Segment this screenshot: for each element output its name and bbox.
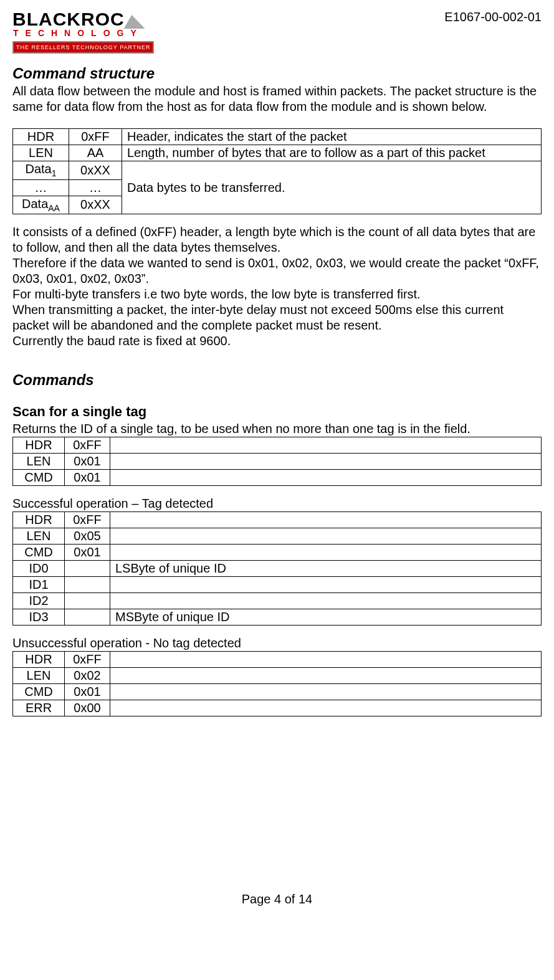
cell-field: ID3 [13,609,65,626]
page-header: BLACKROC TECHNOLOGY THE RESELLERS TECHNO… [12,10,542,54]
cell-desc [110,593,542,609]
cell-desc [110,437,542,454]
cell-value [65,561,110,577]
cell-value: 0x01 [65,470,110,486]
cell-desc: MSByte of unique ID [110,609,542,626]
cell-field: LEN [13,454,65,470]
body-text: Therefore if the data we wanted to send … [12,255,542,287]
section-command-structure-title: Command structure [12,65,542,82]
cell-value: … [69,179,122,196]
logo-text-main: BLACKROC [12,10,125,29]
response-fail-label: Unsuccessful operation - No tag detected [12,635,542,651]
cell-desc [110,577,542,593]
section-commands-title: Commands [12,371,542,389]
cell-value: 0xFF [65,437,110,454]
cell-field: LEN [13,145,69,161]
cell-value: 0x01 [65,454,110,470]
body-text: It consists of a defined (0xFF) header, … [12,224,542,255]
packet-structure-table: HDR 0xFF Header, indicates the start of … [12,128,542,214]
cell-value: 0xFF [65,512,110,528]
section-intro: All data flow between the module and hos… [12,83,542,115]
cell-value: 0x02 [65,668,110,684]
cell-value [65,609,110,626]
table-row: ID3MSByte of unique ID [13,609,542,626]
table-row: CMD0x01 [13,684,542,700]
table-row: HDR0xFF [13,512,542,528]
subsection-intro: Returns the ID of a single tag, to be us… [12,421,542,437]
table-row: HDR0xFF [13,652,542,668]
cell-desc: LSByte of unique ID [110,561,542,577]
table-row: LEN 0x01 [13,454,542,470]
cell-desc [110,668,542,684]
explanation-paragraphs: It consists of a defined (0xFF) header, … [12,224,542,349]
cell-field: … [13,179,69,196]
cell-desc [110,512,542,528]
table-row: LEN0x02 [13,668,542,684]
table-row: LEN AA Length, number of bytes that are … [13,145,542,161]
cell-field: CMD [13,470,65,486]
cell-desc [110,470,542,486]
cell-field: LEN [13,668,65,684]
cell-field: ID1 [13,577,65,593]
cell-field: HDR [13,437,65,454]
subsection-scan-single-tag: Scan for a single tag [12,404,542,420]
table-row: CMD 0x01 [13,470,542,486]
cell-field: Data1 [13,161,69,180]
table-row: ID1 [13,577,542,593]
cell-value: 0xXX [69,161,122,180]
cell-field: HDR [13,129,69,145]
cell-field: CMD [13,545,65,561]
cell-desc: Data bytes to be transferred. [122,161,542,214]
table-row: ID2 [13,593,542,609]
table-row: ERR0x00 [13,700,542,716]
cell-field: LEN [13,528,65,545]
cell-value: 0xXX [69,196,122,214]
logo-tagline: THE RESELLERS TECHNOLOGY PARTNER [12,41,154,54]
response-success-table: HDR0xFF LEN0x05 CMD0x01 ID0LSByte of uni… [12,511,542,626]
table-row: LEN0x05 [13,528,542,545]
command-table: HDR 0xFF LEN 0x01 CMD 0x01 [12,437,542,486]
response-success-label: Successful operation – Tag detected [12,496,542,511]
cell-value: 0x05 [65,528,110,545]
body-text: Currently the baud rate is fixed at 9600… [12,333,542,349]
cell-value: 0x01 [65,684,110,700]
body-text: When transmitting a packet, the inter-by… [12,302,542,333]
cell-desc: Header, indicates the start of the packe… [122,129,542,145]
cell-desc [110,700,542,716]
cell-field: ERR [13,700,65,716]
cell-desc [110,545,542,561]
logo-text-sub: TECHNOLOGY [12,28,173,38]
cell-value: AA [69,145,122,161]
cell-value: 0x01 [65,545,110,561]
cell-field: CMD [13,684,65,700]
cell-field: HDR [13,652,65,668]
company-logo: BLACKROC TECHNOLOGY THE RESELLERS TECHNO… [12,10,173,54]
cell-desc: Length, number of bytes that are to foll… [122,145,542,161]
table-row: ID0LSByte of unique ID [13,561,542,577]
table-row: CMD0x01 [13,545,542,561]
cell-desc [110,684,542,700]
cell-desc [110,528,542,545]
response-fail-table: HDR0xFF LEN0x02 CMD0x01 ERR0x00 [12,651,542,716]
cell-desc [110,652,542,668]
cell-value: 0x00 [65,700,110,716]
cell-field: DataAA [13,196,69,214]
page-footer: Page 4 of 14 [12,892,542,906]
logo-arrow-icon [123,15,153,29]
cell-desc [110,454,542,470]
cell-field: ID2 [13,593,65,609]
table-row: HDR 0xFF Header, indicates the start of … [13,129,542,145]
cell-value: 0xFF [65,652,110,668]
cell-field: HDR [13,512,65,528]
cell-value: 0xFF [69,129,122,145]
cell-value [65,593,110,609]
document-id: E1067-00-002-01 [444,10,542,24]
table-row: Data1 0xXX Data bytes to be transferred. [13,161,542,180]
cell-field: ID0 [13,561,65,577]
body-text: For multi-byte transfers i.e two byte wo… [12,287,542,302]
table-row: HDR 0xFF [13,437,542,454]
cell-value [65,577,110,593]
